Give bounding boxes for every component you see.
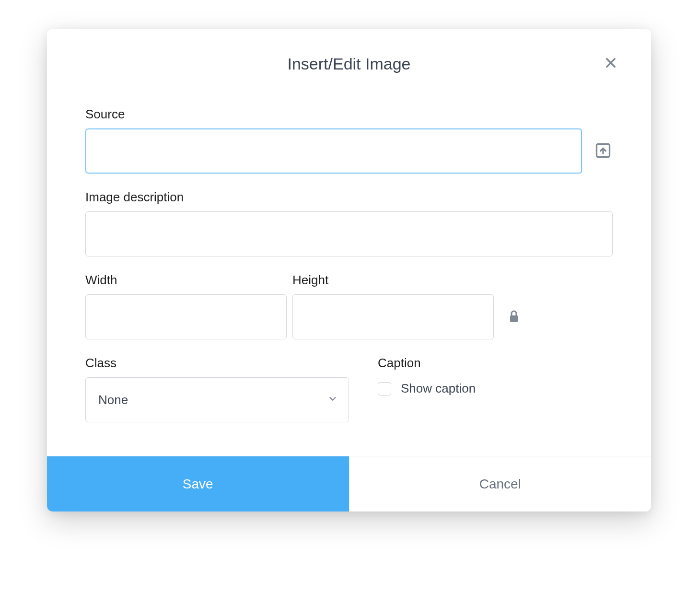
svg-rect-3 — [510, 315, 518, 322]
show-caption-checkbox[interactable] — [378, 382, 391, 395]
height-field: Height — [292, 273, 494, 339]
class-select[interactable]: None — [85, 377, 349, 422]
dialog-footer: Save Cancel — [47, 456, 651, 511]
height-input[interactable] — [292, 294, 494, 339]
source-label: Source — [85, 107, 613, 122]
dialog-body: Source Image descri — [47, 78, 651, 456]
close-icon — [604, 56, 617, 71]
close-button[interactable] — [600, 53, 621, 74]
class-select-value: None — [98, 393, 128, 407]
upload-button[interactable] — [593, 141, 613, 161]
width-field: Width — [85, 273, 287, 339]
dimensions-field: Width Height — [85, 273, 613, 339]
source-input[interactable] — [85, 128, 582, 174]
upload-icon — [594, 142, 612, 161]
description-label: Image description — [85, 190, 613, 205]
cancel-button[interactable]: Cancel — [349, 456, 651, 511]
width-label: Width — [85, 273, 287, 288]
chevron-down-icon — [327, 394, 338, 406]
caption-label: Caption — [378, 356, 613, 371]
dialog-title: Insert/Edit Image — [85, 55, 613, 73]
width-input[interactable] — [85, 294, 287, 339]
description-field: Image description — [85, 190, 613, 256]
class-field: Class None — [85, 356, 349, 422]
dialog-header: Insert/Edit Image — [47, 29, 651, 78]
description-input[interactable] — [85, 211, 613, 256]
lock-aspect-button[interactable] — [500, 294, 528, 339]
caption-field: Caption Show caption — [368, 356, 613, 422]
lock-icon — [508, 310, 520, 325]
show-caption-label: Show caption — [401, 381, 476, 396]
insert-edit-image-dialog: Insert/Edit Image Source — [47, 29, 651, 511]
save-button[interactable]: Save — [47, 456, 349, 511]
class-label: Class — [85, 356, 349, 371]
source-field: Source — [85, 107, 613, 174]
class-caption-row: Class None Caption Show capti — [85, 356, 613, 422]
height-label: Height — [292, 273, 494, 288]
